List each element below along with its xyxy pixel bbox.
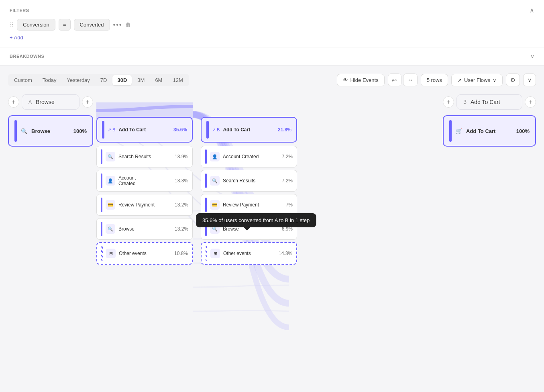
- node-a-main[interactable]: 🔍 Browse 100%: [8, 115, 93, 147]
- hide-events-label: Hide Events: [350, 77, 379, 83]
- review-payment-b1-icon: 💳: [106, 200, 115, 210]
- node-b1-other-events[interactable]: ⊞ Other events 10.8%: [96, 242, 193, 265]
- col-b1-nodes: ↗ B Add To Cart 35.6% 🔍 Search Results 1…: [96, 94, 193, 267]
- filters-panel: FILTERS ∧ ⠿ Conversion = Converted ••• 🗑…: [0, 0, 544, 47]
- node-a-icon: 🔍: [21, 128, 27, 134]
- node-b1-sr-label: Search Results: [118, 154, 171, 159]
- col-b1-spacer: [96, 94, 193, 111]
- node-c-other-events[interactable]: ⊞ Other events 14.3%: [201, 242, 297, 265]
- account-created-b1-icon: 👤: [106, 176, 115, 186]
- filters-label: FILTERS: [10, 8, 29, 13]
- nav-left-btn[interactable]: ↜: [388, 74, 401, 86]
- node-c-rp-label: Review Payment: [223, 202, 283, 208]
- node-b1-browse-pct: 13.2%: [175, 226, 188, 232]
- node-c-ac-pct: 7.2%: [282, 154, 293, 159]
- node-c-other-pct: 14.3%: [279, 251, 292, 256]
- filter-more-btn[interactable]: •••: [113, 21, 122, 29]
- node-c-sr-bar: [205, 174, 207, 188]
- date-tab-6m[interactable]: 6M: [150, 75, 167, 85]
- date-tab-30d[interactable]: 30D: [112, 75, 132, 85]
- search-results-icon: 🔍: [106, 152, 115, 161]
- node-b1-browse-label: Browse: [118, 226, 171, 232]
- node-b2-pct: 100%: [516, 128, 530, 134]
- date-tab-today[interactable]: Today: [38, 75, 61, 85]
- add-before-b2-btn[interactable]: +: [443, 96, 454, 108]
- other-events-c-icon: ⊞: [210, 249, 220, 258]
- node-b1-pct: 35.6%: [173, 127, 187, 133]
- node-c-review-payment[interactable]: 💳 Review Payment 7%: [201, 194, 297, 216]
- user-flows-btn[interactable]: ↗ User Flows ∨: [451, 74, 503, 86]
- node-c-sr-pct: 7.2%: [282, 178, 293, 184]
- node-c-icon: ↗ B: [212, 127, 220, 133]
- step-b2-name: Add To Cart: [471, 99, 515, 105]
- dropdown-btn[interactable]: ∨: [523, 74, 536, 86]
- node-b2-main[interactable]: 🛒 Add To Cart 100%: [443, 115, 536, 147]
- filter-value-btn[interactable]: Converted: [74, 19, 110, 31]
- node-b1-other-bar: [101, 246, 103, 261]
- node-b1-ac-pct: 13.3%: [175, 178, 188, 184]
- funnel-col-a: + A Browse + 🔍 Browse 100%: [8, 94, 96, 351]
- node-b1-search-results[interactable]: 🔍 Search Results 13.9%: [96, 146, 193, 167]
- add-after-b2-btn[interactable]: +: [525, 96, 536, 108]
- node-a-pct: 100%: [73, 128, 87, 134]
- node-b1-rp-label: Review Payment: [118, 202, 171, 208]
- node-b1-browse-bar: [101, 222, 102, 236]
- node-b1-icon: ↗ B: [108, 127, 115, 133]
- date-tab-12m[interactable]: 12M: [168, 75, 187, 85]
- account-created-c-icon: 👤: [210, 152, 220, 161]
- filter-operator-btn[interactable]: =: [59, 19, 71, 31]
- node-b1-sr-bar: [101, 149, 102, 164]
- rows-btn[interactable]: 5 rows: [421, 74, 448, 86]
- node-c-ac-bar: [205, 149, 207, 164]
- step-a-letter: A: [29, 99, 32, 105]
- node-b1-other-label: Other events: [119, 251, 171, 256]
- node-b2-bar: [449, 120, 452, 142]
- filters-header: FILTERS ∧: [10, 6, 534, 14]
- add-after-a-btn[interactable]: +: [82, 96, 93, 108]
- node-b1-label: Add To Cart: [118, 127, 170, 133]
- node-b1-account-created[interactable]: 👤 AccountCreated 13.3%: [96, 170, 193, 192]
- date-tab-7d[interactable]: 7D: [96, 75, 112, 85]
- node-c-search-results[interactable]: 🔍 Search Results 7.2%: [201, 170, 297, 192]
- node-b1-main[interactable]: ↗ B Add To Cart 35.6%: [96, 117, 193, 143]
- settings-btn[interactable]: ⚙: [506, 74, 520, 86]
- node-c-other-bar: [206, 246, 207, 261]
- other-events-b1-icon: ⊞: [106, 249, 116, 258]
- filters-collapse-btn[interactable]: ∧: [530, 6, 534, 14]
- step-b2-letter: B: [463, 99, 467, 105]
- sankey-area: 35.6% of users converted from A to B in …: [96, 94, 440, 351]
- col-a-header-row: + A Browse +: [8, 94, 93, 110]
- node-c-account-created[interactable]: 👤 Account Created 7.2%: [201, 146, 297, 167]
- node-b1-review-payment[interactable]: 💳 Review Payment 13.2%: [96, 194, 193, 216]
- date-tab-custom[interactable]: Custom: [9, 75, 37, 85]
- breakdowns-panel[interactable]: BREAKDOWNS ∨: [0, 47, 544, 65]
- drag-handle-icon[interactable]: ⠿: [10, 22, 14, 28]
- node-b1-bar: [102, 121, 104, 139]
- node-b1-rp-pct: 13.2%: [175, 202, 188, 208]
- nav-expand-btn[interactable]: ↔: [403, 74, 418, 86]
- node-b1-rp-bar: [101, 198, 102, 212]
- add-before-a-btn[interactable]: +: [8, 96, 19, 108]
- node-c-label: Add To Cart: [223, 127, 275, 133]
- filter-field-btn[interactable]: Conversion: [17, 19, 55, 31]
- node-c-other-label: Other events: [223, 251, 275, 256]
- node-b1-browse[interactable]: 🔍 Browse 13.2%: [96, 218, 193, 240]
- node-a-label: Browse: [31, 128, 69, 134]
- browse-b1-icon: 🔍: [106, 224, 115, 234]
- nav-arrows: ↜ ↔: [388, 74, 418, 86]
- hide-events-btn[interactable]: 👁 Hide Events: [337, 74, 385, 86]
- conversion-tooltip: 35.6% of users converted from A to B in …: [196, 213, 316, 227]
- date-tab-3m[interactable]: 3M: [132, 75, 149, 85]
- node-c-main[interactable]: ↗ B Add To Cart 21.8%: [201, 117, 297, 143]
- user-flows-label: User Flows: [464, 77, 490, 83]
- node-c-rp-bar: [205, 198, 207, 212]
- filter-delete-btn[interactable]: 🗑: [125, 22, 131, 28]
- search-results-c-icon: 🔍: [210, 176, 220, 186]
- col-c-spacer: [201, 94, 297, 111]
- node-b2-icon: 🛒: [456, 128, 462, 134]
- add-filter-btn[interactable]: + Add: [10, 35, 23, 41]
- toolbar: Custom Today Yesterday 7D 30D 3M 6M 12M …: [8, 74, 536, 86]
- date-tab-yesterday[interactable]: Yesterday: [62, 75, 95, 85]
- breakdowns-label: BREAKDOWNS: [10, 54, 44, 59]
- node-a-bar: [14, 120, 17, 142]
